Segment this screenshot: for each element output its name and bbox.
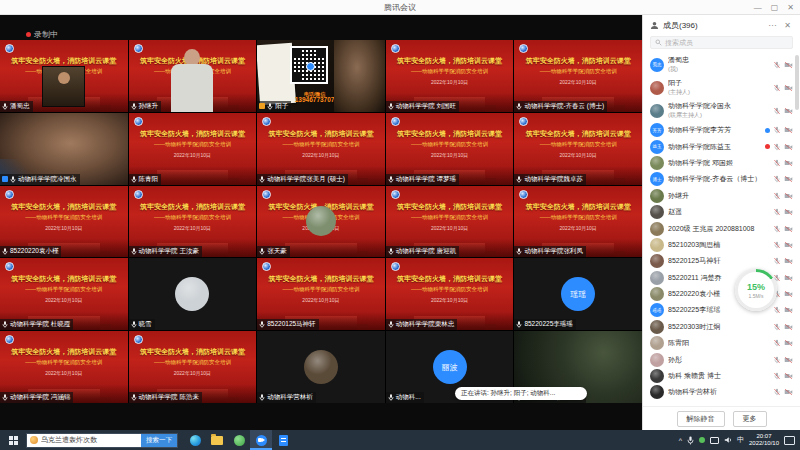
video-tile[interactable]: 筑牢安全防火墙，消防培训云课堂——动物科学学院消防安全培训2022年10月10日… [129,113,257,185]
member-status-icons [773,241,793,249]
member-row[interactable]: 动物科学学院冷国永(联席主持人) [643,99,800,122]
slide-subtitle: ——动物科学学院消防安全培训 [0,214,128,221]
participant-label: 晓雪 [129,319,155,330]
participant-label: 动物科学学院张利凤 [514,246,586,257]
participant-photo-avatar [175,277,209,311]
tray-green-status-icon[interactable] [699,437,705,443]
recording-status-icon [765,144,770,149]
member-status-icons [773,257,793,265]
mic-icon [2,103,8,110]
start-button[interactable] [0,430,26,450]
video-tile[interactable]: 筑牢安全防火墙，消防培训云课堂——动物科学学院消防安全培训2022年10月10日… [129,331,257,403]
video-tile[interactable]: 筑牢安全防火墙，消防培训云课堂——动物科学学院消防安全培训2022年10月10日… [514,186,642,258]
video-tile[interactable]: 电话/微信13946773707阳子 [257,40,385,112]
video-tile[interactable]: 动物科学营林祈 [257,331,385,403]
college-logo-icon [134,44,143,53]
college-logo-icon [262,262,271,271]
member-status-icons [773,372,793,380]
participant-label: 阳子 [257,101,291,112]
mic-off-icon [773,175,781,183]
video-tile[interactable]: 筑牢安全防火墙，消防培训云课堂——动物科学学院消防安全培训2022年10月10日… [514,40,642,112]
member-info: 85220125马神轩 [668,256,769,266]
member-row[interactable]: 阳子(主持人) [643,76,800,99]
video-tile[interactable]: 筑牢安全防火墙，消防培训云课堂——动物科学学院消防安全培训2022年10月10日… [257,186,385,258]
member-name: 2020级 王兆震 2020881008 [668,224,769,234]
tray-mic-icon[interactable] [687,436,694,445]
panel-scrollbar[interactable] [795,55,799,110]
video-tile[interactable]: 筑牢安全防火墙，消防培训云课堂——动物科学学院消防安全培训2022年10月10日… [257,258,385,330]
notification-center-icon[interactable] [784,436,795,445]
video-tile[interactable]: 筑牢安全防火墙，消防培训云课堂——动物科学学院消防安全培训2022年10月10日… [129,186,257,258]
member-row[interactable]: 孙彤 [643,351,800,367]
tray-volume-icon[interactable] [724,436,732,444]
member-row[interactable]: 益玉动物科学学院陈益玉 [643,138,800,154]
slide-subtitle: ——动物科学学院消防安全培训 [386,141,514,148]
panel-more-icon[interactable]: ⋯ [766,21,778,30]
member-row[interactable]: 孙继升 [643,188,800,204]
member-status-icons [773,208,793,216]
member-row[interactable]: 2020级 王兆震 2020881008 [643,220,800,236]
college-logo-icon [5,335,14,344]
member-row[interactable]: 85220125马神轩 [643,253,800,269]
video-tile[interactable]: 筑牢安全防火墙，消防培训云课堂——动物科学学院消防安全培训2022年10月10日… [129,40,257,112]
member-info: 动物科学学院冷国永(联席主持人) [668,101,769,120]
video-tile[interactable]: 筑牢安全防火墙，消防培训云课堂——动物科学学院消防安全培训2022年10月10日… [386,186,514,258]
member-name: 动物科学学院李芳芳 [668,125,761,135]
camera-off-icon [784,175,793,183]
slide-subtitle: ——动物科学学院消防安全培训 [257,286,385,293]
search-icon [655,39,662,46]
video-tile[interactable]: 晓雪 [129,258,257,330]
video-tile[interactable]: 筑牢安全防火墙，消防培训云课堂——动物科学学院消防安全培训2022年10月10日… [0,40,128,112]
member-row[interactable]: 芳芳动物科学学院李芳芳 [643,122,800,138]
video-tile[interactable]: 筑牢安全防火墙，消防培训云课堂——动物科学学院消防安全培训2022年10月10日… [514,113,642,185]
tray-display-icon[interactable] [710,437,719,444]
minimize-button[interactable]: — [754,3,762,12]
video-tile[interactable]: 筑牢安全防火墙，消防培训云课堂——动物科学学院消防安全培训2022年10月10日… [386,40,514,112]
tencent-meeting-app-button[interactable] [250,430,272,450]
member-status-icons [773,388,793,396]
taskbar-clock[interactable]: 20:07 2022/10/10 [749,433,779,447]
mic-off-icon [773,107,781,115]
maximize-button[interactable]: ▢ [771,3,779,12]
member-row[interactable]: 动科 乘赣贵 博士 [643,368,800,384]
more-button[interactable]: 更多 [733,411,767,427]
panel-close-icon[interactable]: ✕ [782,21,793,30]
unmute-all-button[interactable]: 解除静音 [677,411,725,427]
member-row[interactable]: 85220303时江炯 [643,319,800,335]
search-input[interactable]: 搜索成员 [650,36,793,49]
taskbar-search-button[interactable]: 搜索一下 [141,434,177,447]
input-method-indicator[interactable]: 中 [737,435,744,445]
video-tile[interactable]: 瑶瑶85220225李瑶瑶 [514,258,642,330]
member-row[interactable]: 博士动物科学学院-齐春云（博士） [643,171,800,187]
widget-speed: 1.5M/s [748,293,763,299]
video-tile[interactable]: 动物科学学院冷国永 [0,113,128,185]
member-row[interactable]: 蜀忠潘蜀忠(我) [643,53,800,76]
mic-icon [131,394,137,401]
member-row[interactable]: 动物科学营林祈 [643,384,800,400]
member-row[interactable]: 85210203陶思楠 [643,237,800,253]
video-tile[interactable]: 筑牢安全防火墙，消防培训云课堂——动物科学学院消防安全培训2022年10月10日… [257,113,385,185]
green-browser-icon [234,435,245,446]
member-avatar [650,287,664,301]
member-avatar [650,385,664,399]
video-tile[interactable]: 筑牢安全防火墙，消防培训云课堂——动物科学学院消防安全培训2022年10月10日… [0,186,128,258]
participant-label: 潘蜀忠 [0,101,33,112]
browser-360-button[interactable] [228,430,250,450]
mic-icon [259,248,265,255]
network-speed-widget[interactable]: 15% 1.5M/s [735,269,777,311]
edge-browser-button[interactable] [184,430,206,450]
mic-icon [388,248,394,255]
video-tile[interactable]: 筑牢安全防火墙，消防培训云课堂——动物科学学院消防安全培训2022年10月10日… [0,331,128,403]
close-button[interactable]: ✕ [787,3,794,12]
taskbar-search[interactable]: 乌克兰遭轰炸次数 搜索一下 [26,433,178,448]
video-tile[interactable]: 筑牢安全防火墙，消防培训云课堂——动物科学学院消防安全培训2022年10月10日… [0,258,128,330]
participant-label: 动物科学学院 谭梦瑶 [386,174,459,185]
member-row[interactable]: 赵遥 [643,204,800,220]
video-tile[interactable]: 筑牢安全防火墙，消防培训云课堂——动物科学学院消防安全培训2022年10月10日… [386,258,514,330]
docs-app-button[interactable] [272,430,294,450]
member-row[interactable]: 陈青阳 [643,335,800,351]
video-tile[interactable]: 筑牢安全防火墙，消防培训云课堂——动物科学学院消防安全培训2022年10月10日… [386,113,514,185]
tray-expand-icon[interactable]: ^ [679,437,682,444]
file-explorer-button[interactable] [206,430,228,450]
member-row[interactable]: 动物科学学院 邓国姬 [643,155,800,171]
